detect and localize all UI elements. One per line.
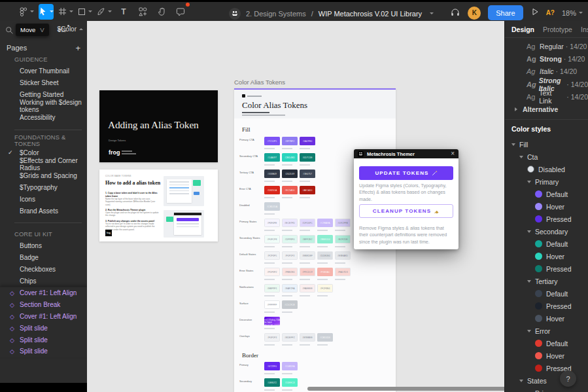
page-item[interactable]: ✓ FOUNDATIONS & TOKENS	[0, 135, 87, 147]
inspector-tab[interactable]: Inspect	[581, 26, 588, 33]
color-style-item[interactable]: Default	[505, 287, 588, 300]
token-card[interactable]: #B2F2DE	[335, 235, 351, 247]
token-card[interactable]: #EBEDEF	[300, 251, 315, 264]
token-card[interactable]: #FAD7D3	[335, 268, 351, 280]
present-button[interactable]	[530, 7, 539, 18]
color-style-item[interactable]: Primary	[505, 387, 588, 392]
page-item[interactable]: ✓ $Typography	[0, 182, 87, 194]
color-style-item[interactable]: Default	[505, 238, 588, 250]
inspector-tab[interactable]: Design	[511, 26, 534, 33]
token-card[interactable]: #CBD2DA	[264, 202, 280, 215]
token-card[interactable]: #E8EAED	[335, 251, 351, 264]
color-style-item[interactable]: Error	[505, 325, 588, 337]
horizontal-scrollbar[interactable]	[307, 387, 504, 391]
token-card[interactable]: #DFF8F0	[282, 235, 298, 247]
token-card[interactable]: #BFF2E2	[300, 235, 315, 247]
layer-item[interactable]: Split slide	[0, 346, 87, 357]
token-card[interactable]: #E9EBEE	[300, 333, 315, 346]
file-name[interactable]: WIP Metachrosis V.02 UI Library	[319, 10, 422, 18]
dialog-header[interactable]: Metachrosis Themer ×	[354, 149, 458, 158]
chevron-down-icon[interactable]	[519, 380, 523, 382]
text-style-item[interactable]: Ag Regular 14/20	[505, 40, 588, 52]
zoom-menu[interactable]: 18%	[562, 9, 583, 17]
text-style-item[interactable]: Ag Strong 14/20	[505, 52, 588, 65]
cleanup-tokens-button[interactable]: CLEANUP TOKENS	[359, 204, 453, 218]
token-card[interactable]: #EBF9F1	[264, 284, 280, 296]
add-page-button[interactable]: +	[75, 43, 80, 53]
color-style-item[interactable]: Fill	[505, 138, 588, 151]
chevron-down-icon[interactable]	[527, 230, 531, 233]
token-card[interactable]: #ECE7FD	[282, 219, 298, 231]
frame-tool-button[interactable]	[58, 4, 73, 20]
token-card[interactable]: #333B49	[264, 169, 280, 182]
text-style-item[interactable]: Ag Text Link 14/20	[505, 90, 588, 103]
page-item[interactable]: ✓ Sticker Sheet	[0, 77, 87, 89]
color-style-item[interactable]: Pressed	[505, 300, 588, 312]
token-card[interactable]: #C6B5FA	[282, 362, 298, 374]
token-card[interactable]: #F0F1F3	[264, 333, 280, 346]
color-style-item[interactable]: Pressed	[505, 262, 588, 275]
token-card[interactable]: #262D39	[282, 169, 298, 182]
token-card[interactable]: #F6F4FE	[264, 219, 280, 231]
layer-item[interactable]: Split slide	[0, 334, 87, 346]
token-card[interactable]: #EDEFF2	[282, 333, 298, 346]
frame-name-label[interactable]: Color Alias Tokens	[234, 79, 285, 86]
help-button[interactable]: ?	[560, 370, 576, 387]
share-button[interactable]: Share	[488, 5, 523, 20]
layer-item[interactable]: Split slide	[0, 322, 87, 334]
color-style-item[interactable]: Primary	[505, 175, 588, 188]
token-card[interactable]: #14A697	[264, 153, 280, 166]
shape-tool-button[interactable]	[78, 4, 92, 20]
chevron-down-icon[interactable]	[527, 330, 531, 332]
token-card[interactable]: #F9CDC9	[300, 268, 315, 280]
token-card[interactable]: #FAEEEE	[300, 284, 315, 296]
token-card[interactable]: #2BD4BD	[282, 153, 298, 166]
page-item[interactable]: ✓ $Grids and Spacing	[0, 170, 87, 182]
page-selector[interactable]: $Color	[58, 26, 83, 33]
color-style-item[interactable]: Hover	[505, 349, 588, 362]
page-item[interactable]: ✓ Chips	[0, 275, 87, 287]
color-style-item[interactable]: Pressed	[505, 362, 588, 374]
page-item[interactable]: ✓ $Effects and Corner Radius	[0, 158, 87, 170]
token-card[interactable]: #C5C9CE	[282, 300, 298, 313]
token-card[interactable]: #0D7C6E	[300, 153, 315, 166]
page-item[interactable]: ✓	[0, 217, 87, 228]
text-tool-button[interactable]: T	[116, 4, 131, 20]
color-style-item[interactable]: Cta	[505, 151, 588, 163]
token-card[interactable]: #D9CFFB	[335, 219, 351, 231]
project-name[interactable]: 2. Design Systems	[246, 10, 306, 18]
chevron-down-icon[interactable]	[527, 280, 531, 283]
token-card[interactable]: #F6B3AC	[317, 268, 333, 280]
token-card[interactable]: #8BEDD0	[317, 235, 333, 247]
token-card[interactable]: #C9BAFA	[317, 219, 333, 231]
layer-item[interactable]: Cover #1: Left Align	[0, 311, 87, 323]
pen-tool-button[interactable]	[97, 4, 112, 20]
color-style-item[interactable]: Pressed	[505, 213, 588, 225]
color-style-item[interactable]: Disabled	[505, 163, 588, 175]
color-style-item[interactable]: Default	[505, 188, 588, 200]
token-card[interactable]: #6A2FE0	[300, 137, 315, 149]
token-card[interactable]: #55EEC8	[282, 378, 298, 391]
page-item[interactable]: ✓	[0, 124, 87, 135]
chevron-down-icon[interactable]	[511, 143, 515, 146]
token-card[interactable]: #EAF2FA	[282, 284, 298, 296]
token-card[interactable]: #6729F0	[264, 362, 280, 374]
page-item[interactable]: ✓ CORE UI KIT	[0, 228, 87, 240]
search-icon[interactable]	[5, 26, 14, 35]
chevron-down-icon[interactable]	[527, 181, 531, 183]
resources-tool-button[interactable]	[135, 4, 150, 20]
page-item[interactable]: ✓ Cover Thumbnail	[0, 65, 87, 77]
token-card[interactable]: #FDF3F2	[264, 268, 280, 280]
token-card[interactable]: linear-gradient(135deg,#5A0BDF 0%,#7B2BE…	[264, 317, 280, 329]
page-item[interactable]: ✓ Brand Assets	[0, 205, 87, 217]
layer-item[interactable]: Section Break	[0, 299, 87, 311]
color-style-item[interactable]: Secondary	[505, 225, 588, 238]
audio-button[interactable]	[450, 7, 460, 18]
close-icon[interactable]: ×	[451, 150, 455, 157]
figma-menu-button[interactable]	[20, 4, 34, 20]
page-item[interactable]: ✓ Accessibility	[0, 112, 87, 124]
token-card[interactable]: #D8261A	[264, 186, 280, 198]
token-card[interactable]: #0E8072	[264, 378, 280, 391]
comment-tool-button[interactable]	[173, 4, 188, 20]
token-card[interactable]: #FFFFFF	[264, 300, 280, 313]
